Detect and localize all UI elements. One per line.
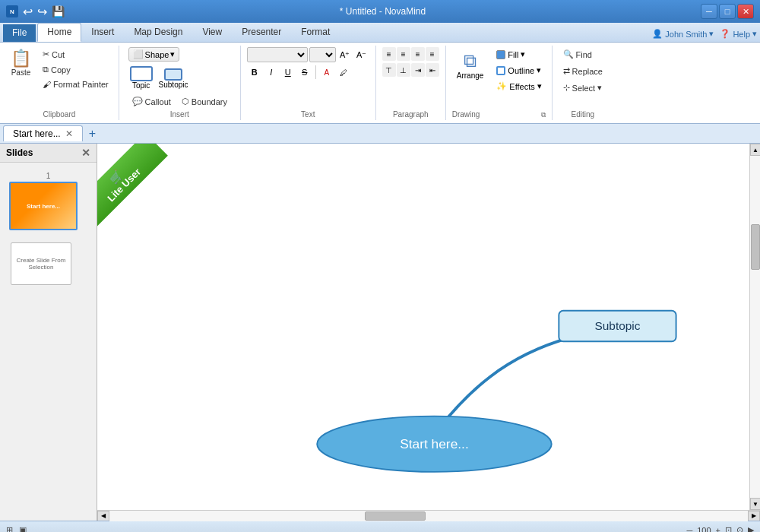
select-dropdown-icon: ▾ xyxy=(597,83,602,93)
tab-map-design[interactable]: Map Design xyxy=(124,23,192,42)
canvas-tab[interactable]: Start here... ✕ xyxy=(3,125,83,141)
shape-button[interactable]: ⬜ Shape ▾ xyxy=(128,47,180,62)
font-color-button[interactable]: A xyxy=(319,65,334,80)
scroll-thumb-v[interactable] xyxy=(751,224,760,270)
scroll-track-v[interactable] xyxy=(750,156,760,498)
subtopic-rect-icon xyxy=(164,68,182,81)
valign-top-button[interactable]: ⊤ xyxy=(382,63,396,77)
callout-button[interactable]: 💬 Callout xyxy=(128,94,175,109)
mind-map-canvas[interactable]: Start here... Subtopic xyxy=(97,144,749,510)
align-right-button[interactable]: ≡ xyxy=(411,47,425,61)
scroll-left-button[interactable]: ◀ xyxy=(97,511,109,521)
status-view-icon[interactable]: ⊙ xyxy=(736,525,743,532)
tab-file[interactable]: File xyxy=(3,24,36,42)
align-justify-button[interactable]: ≡ xyxy=(426,47,439,61)
subtopic-button[interactable]: Subtopic xyxy=(157,65,190,90)
fill-button[interactable]: Fill ▾ xyxy=(492,47,545,62)
user-menu-button[interactable]: 👤 John Smith ▾ xyxy=(652,29,714,39)
select-button[interactable]: ⊹ Select ▾ xyxy=(559,81,606,95)
tab-home[interactable]: Home xyxy=(37,23,81,42)
tab-view[interactable]: View xyxy=(192,23,232,42)
fill-dropdown-icon: ▾ xyxy=(521,49,525,59)
replace-label: Replace xyxy=(572,67,603,76)
subtopic-label: Subtopic xyxy=(159,81,188,89)
font-shrink-button[interactable]: A⁻ xyxy=(354,47,369,62)
outdent-button[interactable]: ⇤ xyxy=(426,63,439,77)
maximize-button[interactable]: □ xyxy=(719,4,736,19)
close-button[interactable]: ✕ xyxy=(737,4,754,19)
topic-button[interactable]: Topic xyxy=(128,65,154,91)
slides-close-button[interactable]: ✕ xyxy=(81,147,90,159)
font-select[interactable] xyxy=(247,47,308,62)
replace-icon: ⇄ xyxy=(563,66,570,76)
font-size-select[interactable] xyxy=(309,47,336,62)
add-tab-button[interactable]: + xyxy=(83,126,102,141)
window-controls: ─ □ ✕ xyxy=(701,4,754,19)
italic-button[interactable]: I xyxy=(264,65,279,80)
vertical-scrollbar[interactable]: ▲ ▼ xyxy=(749,144,760,510)
slide-2-text: Create Slide From Selection xyxy=(14,257,68,271)
align-center-button[interactable]: ≡ xyxy=(397,47,410,61)
scroll-thumb-h[interactable] xyxy=(365,511,426,521)
cut-button[interactable]: ✂ Cut xyxy=(39,47,112,62)
canvas-wrapper: 🛒 Lite User Start here... xyxy=(97,144,760,521)
slide-thumb-text: Start here... xyxy=(27,203,60,210)
slide-1-number: 1 xyxy=(9,172,87,180)
outline-label: Outline xyxy=(508,66,534,75)
help-button[interactable]: ❓ Help ▾ xyxy=(720,29,757,39)
underline-button[interactable]: U xyxy=(280,65,296,80)
format-painter-button[interactable]: 🖌 Format Painter xyxy=(39,78,112,91)
quick-access-undo[interactable]: ↩ xyxy=(23,5,33,19)
horizontal-scrollbar[interactable]: ◀ ▶ xyxy=(97,510,760,521)
copy-button[interactable]: ⧉ Copy xyxy=(39,62,112,77)
slide-item-2[interactable]: Create Slide From Selection xyxy=(5,235,92,293)
font-grow-button[interactable]: A⁺ xyxy=(337,47,353,62)
scroll-track-h[interactable] xyxy=(109,511,748,521)
scroll-down-button[interactable]: ▼ xyxy=(750,498,760,510)
canvas-tab-close[interactable]: ✕ xyxy=(65,128,73,139)
tab-presenter[interactable]: Presenter xyxy=(232,23,291,42)
scroll-up-button[interactable]: ▲ xyxy=(750,144,760,156)
indent-button[interactable]: ⇥ xyxy=(411,63,425,77)
valign-mid-button[interactable]: ⊥ xyxy=(397,63,410,77)
boundary-icon: ⬡ xyxy=(182,97,189,106)
status-fit-icon[interactable]: ⊡ xyxy=(725,525,732,532)
slide-item-1[interactable]: 1 Start here... xyxy=(5,167,92,235)
status-zoom-out[interactable]: ─ xyxy=(686,526,692,533)
canvas-area[interactable]: 🛒 Lite User Start here... xyxy=(97,144,749,510)
replace-button[interactable]: ⇄ Replace xyxy=(559,64,606,78)
quick-access-save[interactable]: 💾 xyxy=(52,5,65,17)
drawing-content: ⧉ Arrange Fill ▾ Outline ▾ ✨ Effects ▾ xyxy=(452,46,546,110)
arrange-button[interactable]: ⧉ Arrange xyxy=(452,47,489,83)
boundary-button[interactable]: ⬡ Boundary xyxy=(178,94,231,109)
status-present-icon[interactable]: ▶ xyxy=(748,525,754,532)
tab-format[interactable]: Format xyxy=(291,23,340,42)
format-painter-icon: 🖌 xyxy=(43,80,51,89)
effects-button[interactable]: ✨ Effects ▾ xyxy=(492,79,545,93)
text-row-2: B I U S A 🖊 xyxy=(247,65,351,80)
paste-button[interactable]: 📋 Paste xyxy=(6,47,36,80)
fill-color-swatch xyxy=(496,50,505,59)
find-button[interactable]: 🔍 Find xyxy=(559,47,596,62)
quick-access-redo[interactable]: ↪ xyxy=(37,5,47,19)
find-label: Find xyxy=(576,50,592,59)
scroll-right-button[interactable]: ▶ xyxy=(748,511,760,521)
tab-insert[interactable]: Insert xyxy=(81,23,124,42)
boundary-label: Boundary xyxy=(192,97,227,106)
bold-button[interactable]: B xyxy=(247,65,262,80)
status-slides-icon[interactable]: ▣ xyxy=(19,525,27,532)
text-highlight-button[interactable]: 🖊 xyxy=(336,65,351,80)
slides-header: Slides ✕ xyxy=(0,144,97,163)
outline-color-swatch xyxy=(496,66,505,75)
status-zoom-in[interactable]: + xyxy=(716,526,720,533)
shape-icon: ⬜ xyxy=(133,49,144,59)
insert-content: ⬜ Shape ▾ Topic Subtopic 💬 Callout xyxy=(128,46,231,110)
minimize-button[interactable]: ─ xyxy=(701,4,717,19)
outline-button[interactable]: Outline ▾ xyxy=(492,63,545,78)
editing-content: 🔍 Find ⇄ Replace ⊹ Select ▾ xyxy=(559,46,606,110)
drawing-expand-icon[interactable]: ⧉ xyxy=(541,111,546,119)
status-grid-icon[interactable]: ⊞ xyxy=(6,525,13,532)
strikethrough-button[interactable]: S xyxy=(297,65,312,80)
status-right: ─ 100 + ⊡ ⊙ ▶ xyxy=(686,525,754,532)
align-left-button[interactable]: ≡ xyxy=(382,47,396,61)
